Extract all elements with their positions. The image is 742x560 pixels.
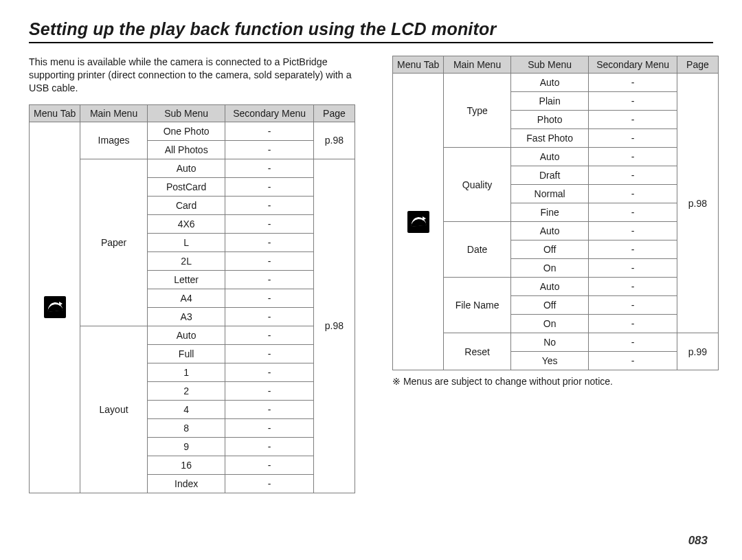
intro-text: This menu is available while the camera … [29,56,355,95]
main-quality: Quality [444,148,511,222]
left-column: This menu is available while the camera … [29,56,355,493]
main-date: Date [444,222,511,278]
sub: Index [147,474,225,493]
sub: Yes [510,352,589,370]
sec: - [225,140,313,159]
sec: - [589,333,677,352]
main-filename: File Name [444,278,511,333]
sec: - [225,456,313,474]
sec: - [589,148,677,166]
th-page: Page [677,56,718,74]
sub: Off [510,240,589,259]
sec: - [589,278,677,296]
sub: A3 [147,307,225,326]
sub: Normal [510,185,589,203]
sec: - [589,240,677,259]
main-layout: Layout [80,326,148,493]
page-images: p.98 [313,122,355,159]
sec: - [225,270,313,289]
sec: - [225,177,313,196]
sec: - [589,129,677,148]
sub: Auto [510,222,589,240]
page-bottom: p.99 [677,333,718,370]
main-paper: Paper [80,159,148,326]
sub: Auto [147,326,225,344]
th-menu-tab: Menu Tab [393,56,444,74]
sub: Card [147,196,225,214]
sub: No [510,333,589,352]
sec: - [225,437,313,456]
sub: 1 [147,363,225,381]
sub: 9 [147,437,225,456]
th-sub-menu: Sub Menu [510,56,589,74]
main-images: Images [80,122,148,159]
two-columns: This menu is available while the camera … [29,56,713,493]
page-title: Setting up the play back function using … [29,19,713,39]
sub: 4 [147,400,225,418]
sec: - [589,111,677,129]
sub: 16 [147,456,225,474]
sub: Auto [147,159,225,177]
sec: - [589,296,677,315]
pictbridge-icon-cell [30,122,80,493]
sec: - [225,196,313,214]
sec: - [225,381,313,400]
th-menu-tab: Menu Tab [30,104,80,122]
sec: - [589,185,677,203]
pictbridge-icon [44,296,66,318]
sec: - [225,251,313,270]
page-number: 083 [688,534,708,548]
sub: 8 [147,418,225,437]
footnote: ※ Menus are subject to change without pr… [392,376,719,387]
sub: L [147,233,225,251]
sec: - [225,344,313,363]
th-main-menu: Main Menu [80,104,148,122]
sub: On [510,315,589,333]
sec: - [225,122,313,140]
right-column: Menu Tab Main Menu Sub Menu Secondary Me… [392,56,719,493]
sec: - [589,352,677,370]
sec: - [589,315,677,333]
sec: - [225,418,313,437]
th-main-menu: Main Menu [444,56,511,74]
sub: Draft [510,166,589,185]
sec: - [225,233,313,251]
sub: PostCard [147,177,225,196]
pictbridge-icon [407,211,429,233]
sec: - [225,363,313,381]
sub: 4X6 [147,214,225,233]
sec: - [225,289,313,307]
sub: A4 [147,289,225,307]
right-menu-table: Menu Tab Main Menu Sub Menu Secondary Me… [392,56,719,370]
th-secondary: Secondary Menu [589,56,677,74]
sec: - [589,222,677,240]
sub: Auto [510,148,589,166]
sub: Plain [510,92,589,111]
page-rest: p.98 [313,159,355,493]
sub: 2L [147,251,225,270]
sub: Auto [510,74,589,92]
pictbridge-icon-cell [393,74,444,370]
sec: - [225,400,313,418]
left-menu-table: Menu Tab Main Menu Sub Menu Secondary Me… [29,104,355,493]
th-secondary: Secondary Menu [225,104,313,122]
sub: Auto [510,278,589,296]
sub: Letter [147,270,225,289]
sec: - [225,326,313,344]
sub: One Photo [147,122,225,140]
sub: All Photos [147,140,225,159]
sub: 2 [147,381,225,400]
main-type: Type [444,74,511,148]
sec: - [589,74,677,92]
sub: Fast Photo [510,129,589,148]
sec: - [589,259,677,278]
main-reset: Reset [444,333,511,370]
sec: - [589,203,677,222]
sec: - [589,166,677,185]
sec: - [225,159,313,177]
sec: - [225,214,313,233]
sub: Off [510,296,589,315]
page-top: p.98 [677,74,718,333]
sub: Photo [510,111,589,129]
title-rule [29,42,713,43]
